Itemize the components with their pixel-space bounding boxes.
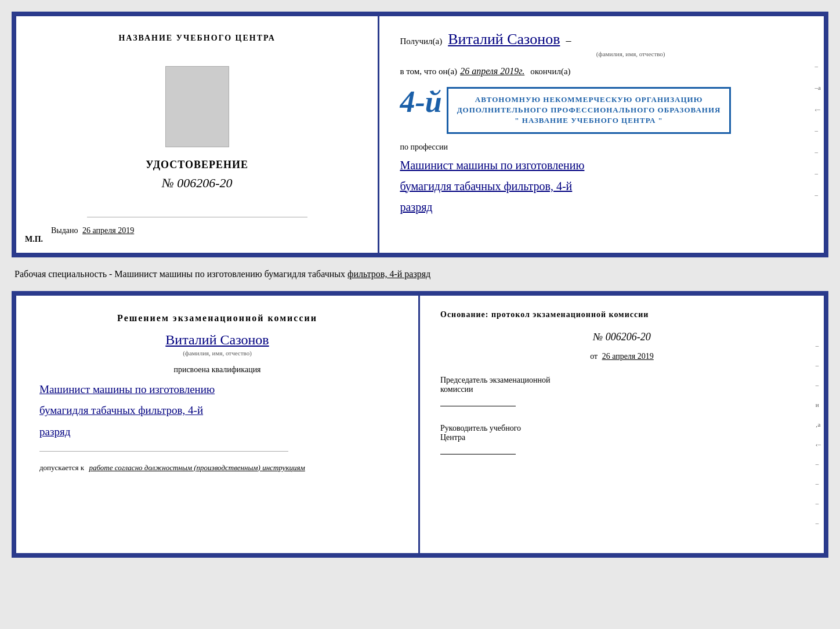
udostoverenie-title: УДОСТОВЕРЕНИЕ [146, 159, 248, 171]
predsedatel-line1: Председатель экзаменационной [440, 376, 803, 385]
rukovoditel-signature [440, 454, 516, 455]
predsedatel-signature [440, 406, 516, 406]
photo-placeholder [165, 66, 229, 147]
qual-line3: разряд [39, 421, 395, 442]
vydano-label: Выдано [51, 226, 78, 235]
prisvoena-label: присвоена квалификация [39, 365, 395, 375]
divider-left [87, 217, 307, 217]
training-center-label-top: НАЗВАНИЕ УЧЕБНОГО ЦЕНТРА [118, 34, 275, 43]
cert-bottom-right: Основание: протокол экзаменационной коми… [420, 296, 824, 553]
udostoverenie-number: № 006206-20 [162, 176, 233, 191]
profession-line3: разряд [400, 197, 803, 217]
vtom-prefix: в том, что он(а) [400, 67, 457, 77]
subtitle-normal: Рабочая специальность - Машинист машины … [15, 269, 347, 279]
certificate-bottom: Решением экзаменационной комиссии Витали… [12, 291, 828, 558]
dopuskaetsya-line: допускается к работе согласно должностны… [39, 463, 395, 472]
poluchil-name: Виталий Сазонов [448, 31, 560, 48]
rukovoditel-line2: Центра [440, 433, 803, 442]
profession-line1: Машинист машины по изготовлению [400, 155, 803, 176]
stamp-number: 4-й [400, 85, 441, 118]
mp-label: М.П. [25, 235, 43, 244]
poluchil-subtitle: (фамилия, имя, отчество) [458, 50, 803, 57]
qual-line2: бумагидля табачных фильтров, 4-й [39, 400, 395, 421]
person-name-bottom: Виталий Сазонов [39, 332, 395, 348]
right-edge-marks-bottom: – – – и ‚а ‹– – – – – [816, 342, 821, 526]
profession-line2: бумагидля табачных фильтров, 4-й [400, 176, 803, 197]
stamp-line1: АВТОНОМНУЮ НЕКОММЕРЧЕСКУЮ ОРГАНИЗАЦИЮ [457, 94, 721, 105]
vydano-date: 26 апреля 2019 [82, 226, 134, 235]
vtom-date: 26 апреля 2019г. [460, 66, 524, 77]
certificate-top: НАЗВАНИЕ УЧЕБНОГО ЦЕНТРА УДОСТОВЕРЕНИЕ №… [12, 12, 828, 257]
cert-left: НАЗВАНИЕ УЧЕБНОГО ЦЕНТРА УДОСТОВЕРЕНИЕ №… [16, 16, 379, 253]
subtitle-text: Рабочая специальность - Машинист машины … [12, 263, 828, 285]
dopuskaetsya-prefix: допускается к [39, 463, 84, 472]
divider-bottom-left [39, 451, 288, 452]
osnovaniye-title: Основание: протокол экзаменационной коми… [440, 310, 803, 319]
right-edge-marks-top: – –а ‹– – – – – [815, 63, 821, 198]
ot-prefix: от [590, 352, 598, 361]
stamp-rect: АВТОНОМНУЮ НЕКОММЕРЧЕСКУЮ ОРГАНИЗАЦИЮ ДО… [447, 87, 732, 134]
page-wrapper: НАЗВАНИЕ УЧЕБНОГО ЦЕНТРА УДОСТОВЕРЕНИЕ №… [12, 12, 828, 558]
predsedatel-line2: комиссии [440, 385, 803, 394]
stamp-line2: ДОПОЛНИТЕЛЬНОГО ПРОФЕССИОНАЛЬНОГО ОБРАЗО… [457, 105, 721, 115]
fio-subtitle-bottom: (фамилия, имя, отчество) [39, 350, 395, 357]
subtitle-underlined: фильтров, 4-й разряд [347, 269, 430, 279]
vydano-line: Выдано 26 апреля 2019 [51, 226, 134, 235]
stamp-block: 4-й АВТОНОМНУЮ НЕКОММЕРЧЕСКУЮ ОРГАНИЗАЦИ… [400, 87, 803, 134]
poluchil-dash: – [566, 35, 571, 47]
ot-date-value: 26 апреля 2019 [602, 352, 654, 361]
okonchil: окончил(а) [530, 67, 570, 77]
poluchil-prefix: Получил(а) [400, 37, 442, 46]
stamp-line3: " НАЗВАНИЕ УЧЕБНОГО ЦЕНТРА " [457, 115, 721, 126]
dopuskaetsya-value: работе согласно должностным (производств… [89, 463, 305, 472]
protocol-number: № 006206-20 [440, 331, 803, 343]
po-professii: по профессии [400, 143, 803, 152]
qual-line1: Машинист машины по изготовлению [39, 379, 395, 400]
rukovoditel-line1: Руководитель учебного [440, 424, 803, 433]
resheniem-title: Решением экзаменационной комиссии [39, 313, 395, 323]
cert-right: Получил(а) Виталий Сазонов – (фамилия, и… [379, 16, 824, 253]
ot-date: от 26 апреля 2019 [440, 352, 803, 361]
rukovoditel-label: Руководитель учебного Центра [440, 424, 803, 455]
predsedatel-label: Председатель экзаменационной комиссии [440, 376, 803, 406]
cert-bottom-left: Решением экзаменационной комиссии Витали… [16, 296, 420, 553]
